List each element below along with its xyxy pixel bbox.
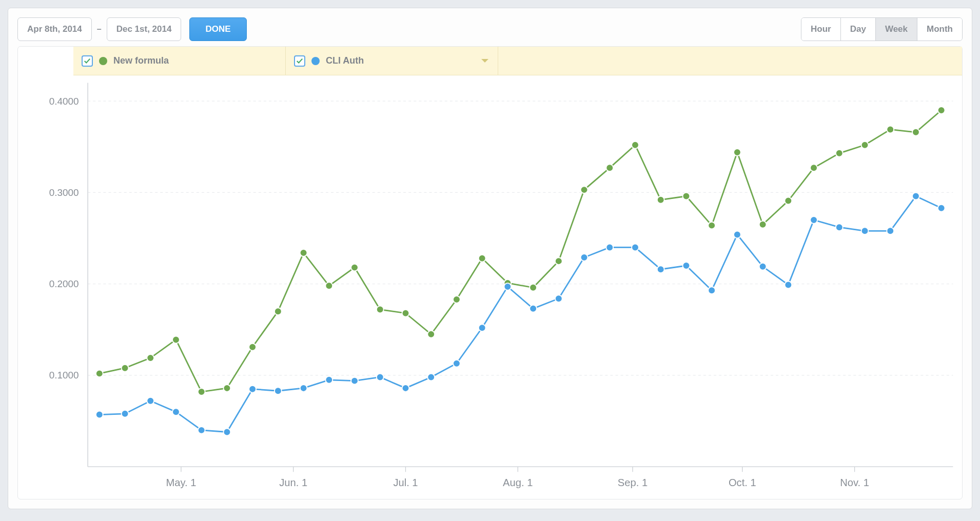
x-axis-tick-label: Aug. 1	[503, 477, 533, 488]
data-point[interactable]	[887, 126, 894, 133]
data-point[interactable]	[530, 284, 537, 291]
y-axis-tick-label: 0.1000	[49, 370, 79, 380]
data-point[interactable]	[836, 150, 843, 157]
data-point[interactable]	[861, 227, 869, 234]
data-point[interactable]	[122, 410, 129, 417]
data-point[interactable]	[122, 365, 129, 372]
legend-checkbox[interactable]	[294, 55, 305, 67]
data-point[interactable]	[555, 257, 562, 265]
series-line	[100, 196, 942, 432]
data-point[interactable]	[581, 186, 588, 193]
data-point[interactable]	[606, 244, 613, 251]
data-point[interactable]	[810, 216, 817, 224]
data-point[interactable]	[325, 282, 332, 289]
data-point[interactable]	[198, 427, 205, 434]
data-point[interactable]	[530, 305, 537, 312]
data-point[interactable]	[632, 142, 639, 149]
data-point[interactable]	[198, 388, 205, 395]
data-point[interactable]	[453, 296, 460, 303]
data-point[interactable]	[836, 224, 843, 231]
data-point[interactable]	[708, 287, 715, 294]
data-point[interactable]	[249, 344, 256, 351]
chevron-down-icon[interactable]	[481, 59, 488, 63]
data-point[interactable]	[427, 374, 435, 381]
data-point[interactable]	[785, 197, 792, 205]
data-point[interactable]	[887, 227, 894, 234]
data-point[interactable]	[504, 283, 511, 290]
data-point[interactable]	[759, 221, 767, 228]
data-point[interactable]	[861, 142, 869, 149]
legend-label: New formula	[113, 55, 169, 66]
data-point[interactable]	[402, 310, 409, 317]
granularity-hour[interactable]: Hour	[801, 18, 840, 41]
data-point[interactable]	[938, 107, 945, 114]
data-point[interactable]	[734, 149, 741, 156]
data-point[interactable]	[172, 408, 180, 415]
data-point[interactable]	[453, 360, 460, 367]
x-axis-tick-label: Oct. 1	[729, 477, 756, 488]
data-point[interactable]	[683, 193, 690, 200]
legend-checkbox[interactable]	[82, 55, 93, 67]
y-axis-tick-label: 0.4000	[49, 96, 79, 107]
data-point[interactable]	[377, 306, 384, 313]
data-point[interactable]	[147, 354, 154, 362]
data-point[interactable]	[479, 255, 486, 262]
data-point[interactable]	[759, 263, 767, 270]
data-point[interactable]	[275, 308, 282, 315]
granularity-week[interactable]: Week	[875, 18, 917, 41]
date-range-dash: –	[97, 25, 102, 34]
legend-color-dot	[311, 57, 320, 65]
data-point[interactable]	[734, 231, 741, 238]
granularity-group: HourDayWeekMonth	[801, 17, 963, 41]
data-point[interactable]	[325, 376, 332, 384]
data-point[interactable]	[402, 385, 409, 392]
data-point[interactable]	[427, 331, 435, 338]
legend-color-dot	[99, 57, 107, 65]
done-button[interactable]: DONE	[189, 17, 246, 41]
x-axis-tick-label: Sep. 1	[618, 477, 648, 488]
data-point[interactable]	[632, 244, 639, 251]
y-axis-tick-label: 0.2000	[49, 278, 79, 289]
legend-item: CLI Auth	[286, 47, 498, 75]
data-point[interactable]	[249, 386, 256, 393]
date-to-button[interactable]: Dec 1st, 2014	[107, 17, 182, 41]
data-point[interactable]	[606, 164, 613, 171]
date-from-button[interactable]: Apr 8th, 2014	[17, 17, 92, 41]
data-point[interactable]	[351, 264, 358, 271]
analytics-panel: Apr 8th, 2014 – Dec 1st, 2014 DONE HourD…	[8, 8, 972, 509]
data-point[interactable]	[479, 324, 486, 331]
x-axis-tick-label: May. 1	[166, 477, 196, 488]
data-point[interactable]	[683, 262, 690, 269]
data-point[interactable]	[96, 411, 103, 418]
data-point[interactable]	[377, 374, 384, 381]
data-point[interactable]	[657, 266, 664, 273]
data-point[interactable]	[351, 377, 358, 385]
data-point[interactable]	[912, 193, 919, 200]
data-point[interactable]	[172, 336, 180, 343]
data-point[interactable]	[300, 385, 307, 392]
data-point[interactable]	[912, 129, 919, 136]
data-point[interactable]	[555, 295, 562, 302]
data-point[interactable]	[785, 282, 792, 289]
x-axis-tick-label: Jul. 1	[393, 477, 418, 488]
toolbar-left: Apr 8th, 2014 – Dec 1st, 2014 DONE	[17, 17, 247, 41]
line-chart: 0.10000.20000.30000.4000May. 1Jun. 1Jul.…	[18, 47, 962, 499]
data-point[interactable]	[96, 370, 103, 377]
chart-container: New formulaCLI Auth 0.10000.20000.30000.…	[17, 46, 963, 499]
data-point[interactable]	[708, 222, 715, 229]
data-point[interactable]	[223, 429, 230, 436]
data-point[interactable]	[581, 254, 588, 261]
x-axis-tick-label: Jun. 1	[279, 477, 307, 488]
data-point[interactable]	[810, 164, 817, 171]
legend-item: New formula	[73, 47, 286, 75]
y-axis-tick-label: 0.3000	[49, 187, 79, 198]
legend-label: CLI Auth	[326, 55, 364, 66]
data-point[interactable]	[147, 397, 154, 405]
data-point[interactable]	[223, 385, 230, 392]
granularity-month[interactable]: Month	[917, 18, 962, 41]
granularity-day[interactable]: Day	[840, 18, 875, 41]
data-point[interactable]	[938, 205, 945, 212]
data-point[interactable]	[300, 249, 307, 256]
data-point[interactable]	[657, 196, 664, 204]
data-point[interactable]	[275, 387, 282, 394]
